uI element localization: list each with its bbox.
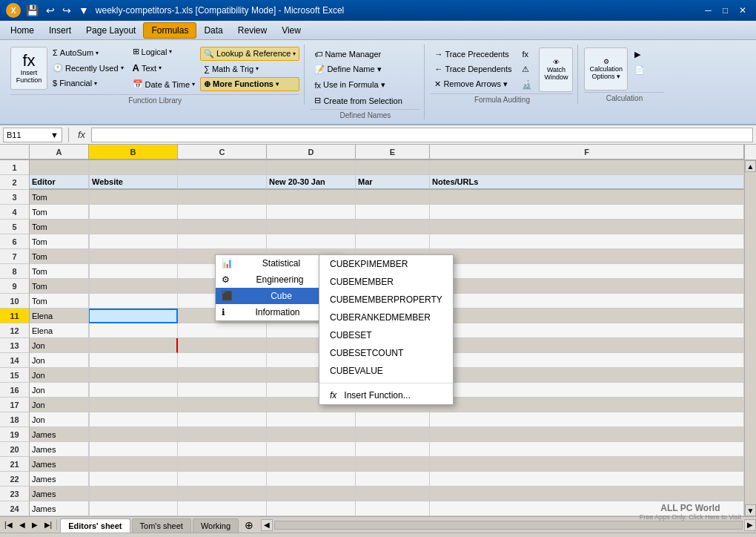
text-btn[interactable]: A Text ▾ xyxy=(129,60,199,76)
cell-e18[interactable] xyxy=(356,412,430,427)
cell-c22[interactable] xyxy=(178,472,267,487)
tab-next-btn[interactable]: ▶ xyxy=(29,519,41,530)
cell-b18[interactable] xyxy=(89,412,178,427)
text-dropdown[interactable]: ▾ xyxy=(159,65,162,71)
math-trig-btn[interactable]: ∑ Math & Trig ▾ xyxy=(200,62,299,76)
cell-c20[interactable] xyxy=(178,442,267,457)
cell-b20[interactable] xyxy=(89,442,178,457)
cell-b13[interactable] xyxy=(89,338,178,353)
cell-f17[interactable] xyxy=(430,398,744,412)
scroll-right-btn[interactable]: ▶ xyxy=(744,519,756,531)
cell-f3[interactable] xyxy=(430,190,744,205)
cell-f11[interactable] xyxy=(430,309,744,323)
cell-a20[interactable]: James xyxy=(30,442,89,457)
scrollbar-track[interactable] xyxy=(745,172,756,504)
col-header-f[interactable]: F xyxy=(430,145,744,159)
cell-e23[interactable] xyxy=(356,487,430,501)
cell-ref-dropdown[interactable]: ▼ xyxy=(50,131,59,139)
cube-item-insert-function[interactable]: fx Insert Function... xyxy=(319,386,453,404)
cell-a8[interactable]: Tom xyxy=(30,264,89,279)
cell-b19[interactable] xyxy=(89,427,178,442)
cube-item-cubemember[interactable]: CUBEMEMBER xyxy=(319,273,453,291)
maximize-button[interactable]: □ xyxy=(717,3,733,18)
minimize-button[interactable]: ─ xyxy=(700,3,716,18)
cell-f19[interactable] xyxy=(430,427,744,442)
cell-a17[interactable]: Jon xyxy=(30,398,89,412)
autosum-dropdown[interactable]: ▾ xyxy=(96,50,99,56)
col-header-e[interactable]: E xyxy=(356,145,430,159)
cell-f4[interactable] xyxy=(430,205,744,220)
error-checking-btn[interactable]: ⚠ xyxy=(518,62,536,76)
cell-a5[interactable]: Tom xyxy=(30,220,89,234)
scrollbar-up-btn[interactable]: ▲ xyxy=(745,160,756,172)
menu-home[interactable]: Home xyxy=(3,23,42,38)
add-sheet-btn[interactable]: ⊕ xyxy=(240,518,258,533)
cell-reference-box[interactable]: B11 ▼ xyxy=(3,128,62,142)
cell-b14[interactable] xyxy=(89,353,178,368)
col-header-a[interactable]: A xyxy=(30,145,89,159)
cell-c5[interactable] xyxy=(178,220,267,234)
cell-b24[interactable] xyxy=(89,501,178,516)
tab-first-btn[interactable]: |◀ xyxy=(1,519,16,530)
cell-b4[interactable] xyxy=(89,205,178,220)
evaluate-formula-btn[interactable]: 🔬 xyxy=(518,78,536,92)
cell-b17[interactable] xyxy=(89,398,178,412)
menu-data[interactable]: Data xyxy=(196,23,230,38)
cell-a13[interactable]: Jon xyxy=(30,338,89,353)
logical-btn[interactable]: ⊞ Logical ▾ xyxy=(129,45,199,59)
cell-a24[interactable]: James xyxy=(30,501,89,516)
cell-b11[interactable] xyxy=(89,309,178,323)
cell-c18[interactable] xyxy=(178,412,267,427)
corner-cell[interactable] xyxy=(0,145,30,159)
cell-d19[interactable] xyxy=(267,427,356,442)
cell-c3[interactable] xyxy=(178,190,267,205)
cell-a3[interactable]: Tom xyxy=(30,190,89,205)
cell-f2[interactable]: Notes/URLs xyxy=(430,175,744,190)
cell-d1[interactable] xyxy=(267,160,356,175)
cell-d20[interactable] xyxy=(267,442,356,457)
cell-b15[interactable] xyxy=(89,368,178,383)
financial-dropdown[interactable]: ▾ xyxy=(94,80,97,87)
cell-e3[interactable] xyxy=(356,190,430,205)
cell-e6[interactable] xyxy=(356,234,430,249)
cell-c16[interactable] xyxy=(178,383,267,398)
cell-d5[interactable] xyxy=(267,220,356,234)
close-button[interactable]: ✕ xyxy=(735,3,750,18)
more-functions-btn[interactable]: ⊕ More Functions ▾ xyxy=(200,77,299,91)
cell-a2[interactable]: Editor xyxy=(30,175,89,190)
menu-formulas[interactable]: Formulas xyxy=(143,22,196,39)
cell-c24[interactable] xyxy=(178,501,267,516)
scroll-left-btn[interactable]: ◀ xyxy=(261,519,273,531)
cell-b3[interactable] xyxy=(89,190,178,205)
sheet-tab-working[interactable]: Working xyxy=(193,518,239,533)
cell-d23[interactable] xyxy=(267,487,356,501)
cell-f15[interactable] xyxy=(430,368,744,383)
menu-page-layout[interactable]: Page Layout xyxy=(79,23,143,38)
cell-d4[interactable] xyxy=(267,205,356,220)
cell-f21[interactable] xyxy=(430,457,744,472)
cell-f13[interactable] xyxy=(430,338,744,353)
cell-f18[interactable] xyxy=(430,412,744,427)
cell-a11[interactable]: Elena xyxy=(30,309,89,323)
date-time-dropdown[interactable]: ▾ xyxy=(192,81,195,88)
trace-dependents-btn[interactable]: ← Trace Dependents xyxy=(431,62,515,76)
sheet-tab-toms[interactable]: Tom's sheet xyxy=(132,518,191,533)
cell-a21[interactable]: James xyxy=(30,457,89,472)
undo-quick-btn[interactable]: ↩ xyxy=(44,4,57,16)
cell-d21[interactable] xyxy=(267,457,356,472)
cell-e1[interactable] xyxy=(356,160,430,175)
save-quick-btn[interactable]: 💾 xyxy=(24,4,41,16)
cell-c1[interactable] xyxy=(178,160,267,175)
col-header-d[interactable]: D xyxy=(267,145,356,159)
cell-c15[interactable] xyxy=(178,368,267,383)
cell-d24[interactable] xyxy=(267,501,356,516)
menu-insert[interactable]: Insert xyxy=(42,23,79,38)
cell-b5[interactable] xyxy=(89,220,178,234)
sheet-tab-editors[interactable]: Editors' sheet xyxy=(60,518,130,533)
cell-f14[interactable] xyxy=(430,353,744,368)
cell-c12[interactable] xyxy=(178,323,267,338)
cell-d3[interactable] xyxy=(267,190,356,205)
menu-review[interactable]: Review xyxy=(231,23,274,38)
redo-quick-btn[interactable]: ↪ xyxy=(60,4,73,16)
cell-f8[interactable] xyxy=(430,264,744,279)
